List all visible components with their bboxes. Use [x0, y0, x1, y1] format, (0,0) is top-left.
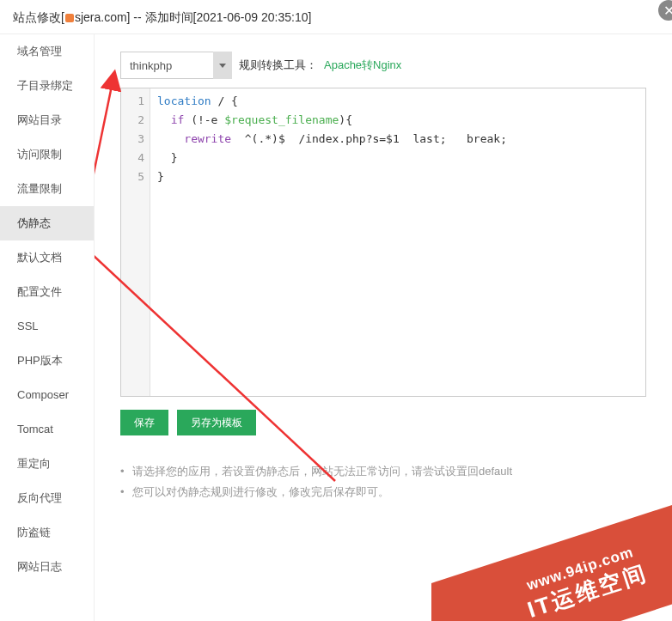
converter-label: 规则转换工具：: [239, 58, 317, 73]
template-select[interactable]: thinkphp: [120, 52, 232, 79]
sidebar-item-1[interactable]: 子目录绑定: [0, 69, 94, 103]
sidebar-item-12[interactable]: 重定向: [0, 447, 94, 481]
code-indent: [157, 113, 171, 126]
header-prefix: 站点修改[: [13, 10, 64, 24]
sidebar-item-15[interactable]: 网站日志: [0, 550, 94, 584]
sidebar-item-7[interactable]: 配置文件: [0, 275, 94, 309]
sidebar-item-6[interactable]: 默认文档: [0, 240, 94, 275]
header-suffix: -- 添加时间[2021-06-09 20:35:10]: [130, 10, 311, 24]
button-row: 保存 另存为模板: [120, 410, 646, 435]
tip-item: 您可以对伪静态规则进行修改，修改完后保存即可。: [120, 482, 646, 502]
sidebar-item-14[interactable]: 防盗链: [0, 515, 94, 550]
code-text: }: [157, 170, 164, 183]
converter-link[interactable]: Apache转Nginx: [324, 58, 401, 73]
line-number: 1: [121, 92, 144, 111]
code-text: }: [157, 151, 177, 164]
code-text: ){: [339, 113, 352, 126]
code-kw: location: [157, 94, 211, 107]
line-number: 5: [121, 167, 144, 186]
line-number: 3: [121, 130, 144, 149]
sidebar-item-4[interactable]: 流量限制: [0, 172, 94, 206]
sidebar-item-11[interactable]: Tomcat: [0, 412, 94, 447]
line-gutter: 12345: [121, 88, 150, 396]
save-button[interactable]: 保存: [120, 410, 168, 435]
sidebar-item-5[interactable]: 伪静态: [0, 206, 94, 240]
line-number: 4: [121, 149, 144, 167]
tips-list: 请选择您的应用，若设置伪静态后，网站无法正常访问，请尝试设置回default 您…: [120, 461, 646, 502]
tip-item: 请选择您的应用，若设置伪静态后，网站无法正常访问，请尝试设置回default: [120, 461, 646, 482]
main-panel: thinkphp 规则转换工具：Apache转Nginx 12345 locat…: [95, 34, 672, 621]
code-kw: rewrite: [184, 132, 231, 145]
header-title: 站点修改[sjera.com] -- 添加时间[2021-06-09 20:35…: [0, 0, 672, 34]
sidebar-item-10[interactable]: Composer: [0, 378, 94, 412]
save-as-template-button[interactable]: 另存为模板: [177, 410, 256, 435]
header-domain: sjera.com]: [75, 10, 131, 24]
code-text: (!-e: [184, 113, 224, 126]
code-editor[interactable]: 12345 location / { if (!-e $request_file…: [120, 88, 646, 397]
sidebar-item-9[interactable]: PHP版本: [0, 344, 94, 378]
sidebar-item-13[interactable]: 反向代理: [0, 481, 94, 515]
sidebar-item-8[interactable]: SSL: [0, 309, 94, 344]
site-icon: [65, 14, 74, 22]
svg-line-1: [95, 86, 112, 232]
line-number: 2: [121, 111, 144, 130]
code-text: ^(.*)$ /index.php?s=$1 last; break;: [231, 132, 507, 145]
code-indent: [157, 132, 184, 145]
template-select-wrap: thinkphp: [120, 52, 232, 79]
code-content[interactable]: location / { if (!-e $request_filename){…: [150, 88, 645, 396]
code-var: $request_filename: [224, 113, 339, 126]
sidebar-item-0[interactable]: 域名管理: [0, 34, 94, 69]
sidebar-item-3[interactable]: 访问限制: [0, 137, 94, 172]
code-kw: if: [171, 113, 185, 126]
toolbar: thinkphp 规则转换工具：Apache转Nginx: [120, 52, 646, 79]
sidebar: 域名管理子目录绑定网站目录访问限制流量限制伪静态默认文档配置文件SSLPHP版本…: [0, 34, 95, 621]
code-text: / {: [211, 94, 238, 107]
sidebar-item-2[interactable]: 网站目录: [0, 103, 94, 137]
